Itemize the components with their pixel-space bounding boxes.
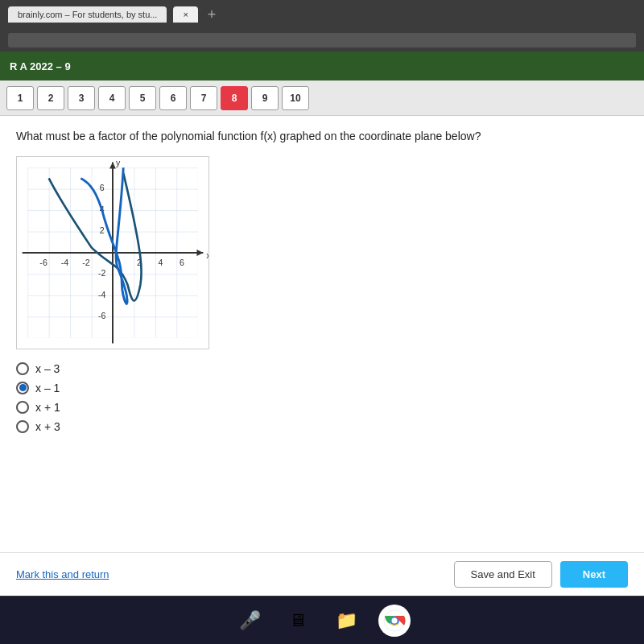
svg-text:6: 6 [180, 257, 184, 266]
action-buttons: Save and Exit Next [454, 561, 628, 588]
svg-text:-6: -6 [39, 257, 47, 266]
radio-b-selected [19, 384, 27, 391]
mark-return-link[interactable]: Mark this and return [16, 568, 109, 580]
save-exit-button[interactable]: Save and Exit [454, 561, 552, 588]
svg-text:-4: -4 [61, 257, 69, 266]
question-btn-3[interactable]: 3 [68, 86, 95, 110]
browser-tab-brainly[interactable]: brainly.com – For students, by stu... [8, 6, 167, 23]
answer-choices: x – 3 x – 1 x + 1 x + 3 [16, 362, 628, 433]
answer-choice-a[interactable]: x – 3 [16, 362, 628, 375]
action-bar: Mark this and return Save and Exit Next [0, 552, 644, 596]
question-btn-10[interactable]: 10 [282, 86, 309, 110]
new-tab-button[interactable]: + [208, 6, 217, 23]
course-title: R A 2022 – 9 [10, 60, 71, 72]
answer-choice-b[interactable]: x – 1 [16, 382, 628, 394]
coordinate-graph: -6 -4 -2 2 4 6 x 6 4 2 -2 -4 -6 y [16, 156, 209, 349]
question-btn-8[interactable]: 8 [221, 86, 248, 110]
choice-c-label: x + 1 [35, 401, 60, 414]
svg-text:y: y [116, 157, 121, 167]
browser-bar: brainly.com – For students, by stu... × … [0, 0, 644, 29]
svg-text:-4: -4 [98, 289, 106, 299]
choice-a-label: x – 3 [35, 362, 60, 375]
question-btn-6[interactable]: 6 [159, 86, 187, 110]
radio-d[interactable] [16, 420, 29, 433]
taskbar: 🎤 🖥 📁 [0, 596, 644, 644]
svg-text:-6: -6 [98, 311, 106, 320]
svg-marker-4 [109, 162, 116, 168]
question-btn-2[interactable]: 2 [37, 86, 64, 110]
svg-text:6: 6 [100, 183, 105, 192]
taskbar-folder-icon[interactable]: 📁 [330, 605, 362, 637]
top-nav: R A 2022 – 9 [0, 52, 644, 80]
question-area: What must be a factor of the polynomial … [0, 116, 644, 552]
radio-c[interactable] [16, 401, 29, 414]
taskbar-desktop-icon[interactable]: 🖥 [282, 605, 314, 637]
svg-marker-3 [196, 250, 203, 256]
graph-container: -6 -4 -2 2 4 6 x 6 4 2 -2 -4 -6 y [16, 156, 628, 349]
question-nav: 1 2 3 4 5 6 7 8 9 10 [0, 80, 644, 116]
choice-b-label: x – 1 [35, 382, 60, 394]
question-btn-9[interactable]: 9 [251, 86, 279, 110]
address-input[interactable]: learn.edgenuity.com/Player/ [8, 33, 636, 47]
question-btn-5[interactable]: 5 [129, 86, 156, 110]
taskbar-chrome-icon[interactable] [378, 605, 411, 637]
question-btn-7[interactable]: 7 [190, 86, 217, 110]
svg-text:x: x [206, 250, 209, 259]
taskbar-microphone-icon[interactable]: 🎤 [233, 605, 266, 637]
next-button[interactable]: Next [560, 561, 628, 588]
answer-choice-c[interactable]: x + 1 [16, 401, 628, 414]
choice-d-label: x + 3 [35, 420, 60, 433]
radio-a[interactable] [16, 362, 29, 375]
answer-choice-d[interactable]: x + 3 [16, 420, 628, 433]
question-btn-4[interactable]: 4 [98, 86, 126, 110]
svg-point-22 [392, 617, 398, 623]
question-btn-1[interactable]: 1 [6, 86, 34, 110]
svg-text:4: 4 [159, 257, 163, 266]
address-bar: learn.edgenuity.com/Player/ [0, 29, 644, 52]
radio-b[interactable] [16, 382, 29, 394]
main-content: R A 2022 – 9 1 2 3 4 5 6 7 8 9 10 What m… [0, 52, 644, 596]
browser-tab-edgenuity[interactable]: × [173, 6, 197, 23]
svg-text:2: 2 [100, 225, 105, 235]
question-text: What must be a factor of the polynomial … [16, 129, 628, 145]
svg-text:-2: -2 [82, 257, 90, 266]
